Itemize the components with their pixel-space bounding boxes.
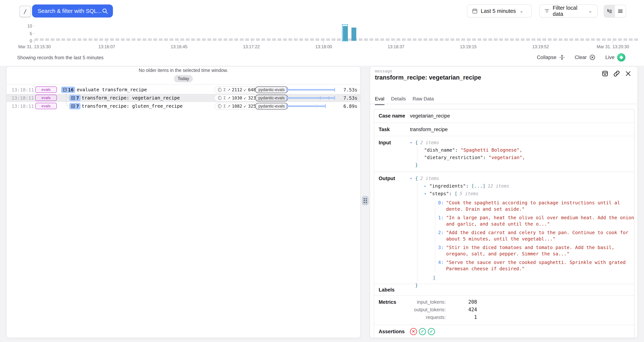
x-axis-tick-label: 13:16:07 — [98, 44, 115, 49]
trace-tag-evals: evals — [35, 95, 57, 101]
x-axis-tick-label: Mar 31. 13:15:30 — [18, 44, 51, 49]
header: / Search & filter with SQL... Last 5 min… — [0, 0, 644, 66]
x-axis-tick — [468, 41, 468, 44]
filter-lines-icon — [544, 8, 550, 14]
trace-list-panel: No older items in the selected time wind… — [6, 66, 360, 338]
x-axis-tick-label: 13:18:37 — [388, 44, 404, 49]
search-label: Search & filter with SQL... — [38, 8, 102, 14]
search-button[interactable]: Search & filter with SQL... — [32, 4, 113, 18]
detail-actions — [601, 70, 632, 77]
filter-local-data-dropdown[interactable]: Filter local data ⌄ — [539, 4, 598, 18]
clear-button[interactable]: Clear — [575, 54, 596, 60]
input-tokens-arrow-icon: ↗ — [227, 104, 231, 108]
duration-bar — [286, 94, 335, 102]
input-json: ▾{2 items "dish_name": "Spaghetti Bologn… — [410, 136, 525, 172]
trace-tag-evals: evals — [35, 103, 57, 109]
panel-resize-handle[interactable] — [362, 196, 368, 205]
histogram-plot-area — [34, 21, 613, 41]
time-range-dropdown[interactable]: Last 5 minutes ⌄ — [467, 4, 532, 18]
collapse-chevron-icon[interactable]: ▾ — [424, 190, 429, 197]
x-axis-tick — [106, 41, 107, 44]
live-toggle[interactable]: Live — [605, 53, 625, 62]
labels-label: Labels — [374, 284, 410, 295]
archive-box-icon[interactable] — [601, 70, 609, 77]
task-row: Task transform_recipe — [374, 122, 634, 136]
tree-connector — [66, 100, 69, 106]
ingredients-node[interactable]: ▸"ingredients": [...]12 items — [424, 182, 638, 190]
x-axis-tick — [34, 41, 35, 44]
expand-spans-badge[interactable]: 7 — [69, 95, 80, 101]
json-array-item: 4:"Serve the sauce over the cooked spagh… — [435, 259, 638, 272]
chevron-down-icon: ⌄ — [588, 8, 593, 14]
trace-row[interactable]: 13:18:11 evals 7 transform_recipe: veget… — [6, 94, 360, 102]
showing-records-text: Showing records from the last 5 minutes — [17, 55, 104, 60]
trace-timestamp: 13:18:11 — [12, 95, 34, 101]
x-axis-tick — [179, 41, 179, 44]
trace-list-header: No older items in the selected time wind… — [6, 66, 360, 84]
sigma-icon: Σ — [224, 104, 226, 108]
trace-timestamp: 13:18:11 — [12, 104, 34, 109]
x-axis-tick — [396, 41, 396, 44]
close-icon[interactable] — [624, 70, 632, 77]
coin-icon — [217, 87, 222, 92]
items-count: 5 items — [460, 191, 478, 196]
expand-spans-badge[interactable]: 7 — [69, 103, 80, 109]
assertion-pass-icon: ✓ — [419, 328, 426, 335]
eval-detail-table: Case name vegetarian_recipe Task transfo… — [374, 109, 634, 338]
histogram-bar[interactable] — [352, 28, 356, 41]
input-row: Input ▾{2 items "dish_name": "Spaghetti … — [374, 136, 634, 172]
tree-view-toggle[interactable] — [604, 5, 615, 17]
histogram-bar[interactable] — [343, 26, 348, 41]
x-axis-tick-label: 13:16:45 — [171, 44, 188, 49]
detail-panel: message transform_recipe: vegetarian_rec… — [370, 66, 638, 338]
json-field: "dish_name": "Spaghetti Bolognese", — [424, 146, 525, 154]
coin-icon — [217, 104, 222, 108]
service-badge: pydantic-evals — [255, 103, 288, 110]
input-tokens-arrow-icon: ↗ — [227, 88, 231, 92]
case-name-row: Case name vegetarian_recipe — [374, 109, 634, 122]
trace-timestamp: 13:18:11 — [12, 87, 34, 92]
x-axis-tick — [324, 41, 324, 44]
steps-node[interactable]: ▾"steps": [5 items — [424, 190, 638, 198]
clear-circle-x-icon — [589, 54, 596, 60]
filter-label: Filter local data — [553, 5, 585, 17]
output-tokens-arrow-icon: ↙ — [244, 104, 247, 108]
duration-text: 6.89s — [344, 104, 358, 109]
json-array-item: 3:"Stir in the diced tomatoes and tomato… — [435, 244, 638, 257]
chevron-down-icon: ⌄ — [520, 8, 525, 14]
sigma-icon: Σ — [224, 96, 226, 100]
assertion-icons: ✕✓✓ — [410, 325, 435, 338]
collapse-chevron-icon[interactable]: ▾ — [410, 174, 415, 182]
expand-chevron-icon[interactable]: ▸ — [424, 182, 429, 190]
tabs-divider — [370, 104, 638, 104]
output-label: Output — [374, 172, 410, 284]
trace-row[interactable]: 13:18:11 evals 7 transform_recipe: glute… — [6, 102, 360, 110]
trace-rows: 13:18:11 evals 16 evaluate transform_rec… — [6, 86, 360, 110]
x-axis-tick-label: 13:19:15 — [460, 44, 477, 49]
trace-row[interactable]: 13:18:11 evals 16 evaluate transform_rec… — [6, 86, 360, 94]
task-label: Task — [374, 123, 410, 136]
output-json: ▾{2 items ▸"ingredients": [...]12 items … — [410, 172, 638, 284]
collapse-label: Collapse — [537, 54, 556, 60]
collapse-button[interactable]: Collapse — [537, 54, 565, 60]
collapse-chevron-icon[interactable]: ▾ — [410, 139, 415, 146]
y-axis-tick-label: 5 — [21, 31, 32, 36]
copy-link-icon[interactable] — [613, 70, 620, 77]
duration-text: 7.53s — [344, 87, 358, 92]
json-array-item: 0:"Cook the spaghetti according to packa… — [435, 200, 638, 212]
tree-connector — [66, 91, 69, 98]
service-badge: pydantic-evals — [255, 86, 288, 93]
empty-notice: No older items in the selected time wind… — [6, 68, 360, 73]
list-view-toggle[interactable] — [615, 5, 626, 17]
items-count: 12 items — [488, 184, 509, 189]
logfire-app: / Search & filter with SQL... Last 5 min… — [0, 0, 644, 342]
task-value: transform_recipe — [410, 123, 448, 136]
assertions-row: Assertions ✕✓✓ — [374, 325, 634, 338]
duration-bar — [286, 86, 335, 94]
case-name-value: vegetarian_recipe — [410, 109, 450, 122]
service-badge: pydantic-evals — [255, 95, 288, 101]
assertion-pass-icon: ✓ — [428, 328, 435, 335]
x-axis-tick — [540, 41, 541, 44]
search-icon — [102, 8, 108, 14]
date-badge: Today — [174, 75, 193, 82]
